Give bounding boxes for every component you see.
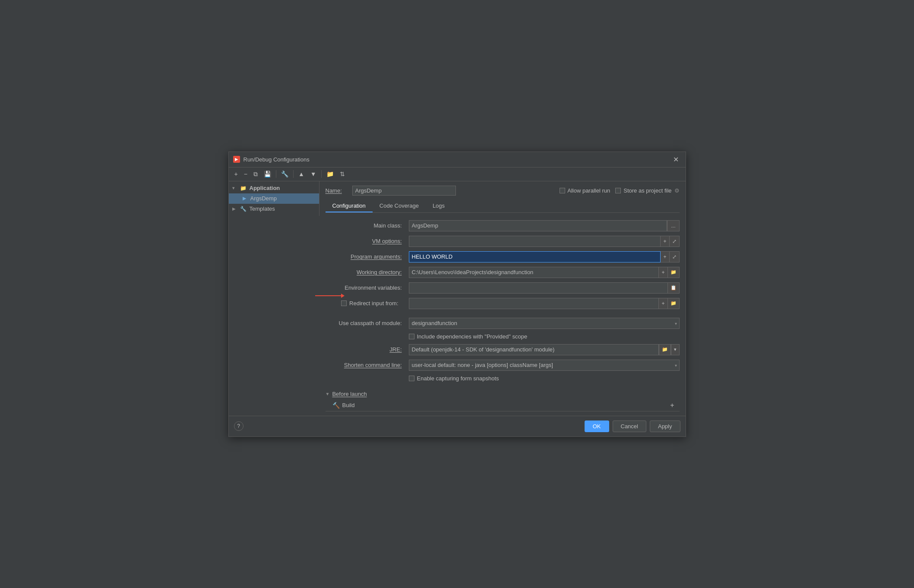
env-vars-input[interactable] xyxy=(409,282,668,294)
add-config-button[interactable]: + xyxy=(232,169,240,179)
close-button[interactable]: ✕ xyxy=(670,155,681,164)
templates-toggle-icon: ▶ xyxy=(232,206,237,211)
classpath-dropdown[interactable]: designandfunction xyxy=(409,318,680,329)
redirect-input[interactable] xyxy=(409,298,659,309)
sidebar-item-argsdemp[interactable]: ▶ ArgsDemp xyxy=(229,193,319,204)
title-bar: ▶ Run/Debug Configurations ✕ xyxy=(229,152,686,168)
sidebar-container: ▾ 📁 Application ▶ ArgsDemp ▶ 🔧 Templates xyxy=(229,181,319,416)
parallel-run-area: Allow parallel run xyxy=(560,187,610,194)
move-up-button[interactable]: ▲ xyxy=(296,169,307,179)
main-class-browse-button[interactable]: ... xyxy=(667,220,679,231)
working-dir-input[interactable] xyxy=(409,267,659,278)
redirect-row: Redirect input from: + 📁 xyxy=(326,296,680,311)
jre-dropdown-btn[interactable]: ▾ xyxy=(671,344,680,355)
allow-parallel-checkbox[interactable] xyxy=(560,188,565,193)
settings-button[interactable]: 🔧 xyxy=(279,169,291,179)
folder-button[interactable]: 📁 xyxy=(324,169,336,179)
save-config-button[interactable]: 💾 xyxy=(262,169,273,179)
sidebar: ▾ 📁 Application ▶ ArgsDemp ▶ 🔧 Templates xyxy=(229,181,319,216)
shorten-cmd-dropdown-container: user-local default: none - java [options… xyxy=(409,360,680,371)
tabs-row: Configuration Code Coverage Logs xyxy=(326,200,680,213)
build-icon: 🔨 xyxy=(332,402,340,409)
section-separator xyxy=(326,311,680,316)
dialog-title: Run/Debug Configurations xyxy=(244,156,310,163)
configuration-form: Main class: ... VM options: + ⤢ xyxy=(326,218,680,384)
build-row: 🔨 Build + xyxy=(326,400,680,411)
name-input[interactable] xyxy=(352,186,456,196)
shorten-cmd-row: Shorten command line: user-local default… xyxy=(326,357,680,373)
include-deps-row: Include dependencies with "Provided" sco… xyxy=(326,331,680,342)
env-vars-input-group: 📋 xyxy=(409,282,680,294)
enable-snapshots-checkbox[interactable] xyxy=(409,376,414,381)
run-debug-dialog: ▶ Run/Debug Configurations ✕ + − ⧉ 💾 🔧 ▲… xyxy=(228,152,686,437)
before-launch-add-button[interactable]: + xyxy=(668,401,676,409)
jre-row: JRE: Default (openjdk-14 - SDK of 'desig… xyxy=(326,342,680,357)
jre-dropdown[interactable]: Default (openjdk-14 - SDK of 'designandf… xyxy=(409,344,659,355)
working-dir-browse-button[interactable]: 📁 xyxy=(668,267,680,278)
program-args-expand-button[interactable]: ⤢ xyxy=(670,251,680,262)
vm-options-row: VM options: + ⤢ xyxy=(326,234,680,249)
right-panel: Name: Allow parallel run Store as projec… xyxy=(319,181,686,416)
allow-parallel-label: Allow parallel run xyxy=(567,187,610,194)
copy-config-button[interactable]: ⧉ xyxy=(251,169,260,179)
apply-button[interactable]: Apply xyxy=(650,420,680,432)
footer-buttons: OK Cancel Apply xyxy=(585,420,680,432)
ok-button[interactable]: OK xyxy=(585,420,609,432)
before-launch-section: ▼ Before launch 🔨 Build + xyxy=(326,391,680,411)
toolbar-separator xyxy=(276,170,276,178)
store-project-label: Store as project file xyxy=(623,187,671,194)
config-icon: ▶ xyxy=(241,195,248,202)
classpath-row: Use classpath of module: designandfuncti… xyxy=(326,316,680,331)
program-args-input[interactable] xyxy=(409,251,661,262)
title-bar-left: ▶ Run/Debug Configurations xyxy=(233,156,310,163)
sidebar-group-application[interactable]: ▾ 📁 Application xyxy=(229,183,319,193)
jre-browse-button[interactable]: 📁 xyxy=(659,344,671,355)
main-class-row: Main class: ... xyxy=(326,218,680,234)
redirect-input-group: + 📁 xyxy=(409,298,680,309)
name-row: Name: Allow parallel run Store as projec… xyxy=(326,186,680,196)
enable-snapshots-label: Enable capturing form snapshots xyxy=(417,375,499,382)
redirect-browse-button[interactable]: 📁 xyxy=(668,298,680,309)
tab-code-coverage[interactable]: Code Coverage xyxy=(373,200,426,212)
application-folder-icon: 📁 xyxy=(240,185,247,192)
vm-options-input[interactable] xyxy=(409,236,661,247)
sidebar-item-templates[interactable]: ▶ 🔧 Templates xyxy=(229,204,319,214)
sidebar-group-label: Application xyxy=(250,185,280,191)
sidebar-item-templates-label: Templates xyxy=(250,205,275,212)
build-label: Build xyxy=(342,402,666,408)
redirect-add-button[interactable]: + xyxy=(659,298,667,309)
group-toggle-icon: ▾ xyxy=(232,186,237,190)
main-class-input[interactable] xyxy=(409,220,667,231)
program-args-add-button[interactable]: + xyxy=(661,251,669,262)
vm-options-expand-button[interactable]: ⤢ xyxy=(670,236,680,247)
store-project-checkbox[interactable] xyxy=(615,188,621,193)
working-dir-input-group: + 📁 xyxy=(409,267,680,278)
jre-input-group: Default (openjdk-14 - SDK of 'designandf… xyxy=(409,344,680,355)
env-vars-browse-button[interactable]: 📋 xyxy=(668,282,680,294)
tab-logs[interactable]: Logs xyxy=(426,200,452,212)
sort-button[interactable]: ⇅ xyxy=(338,169,347,179)
env-vars-label: Environment variables: xyxy=(326,285,405,291)
main-class-input-group: ... xyxy=(409,220,680,231)
shorten-cmd-dropdown[interactable]: user-local default: none - java [options… xyxy=(409,360,680,371)
cancel-button[interactable]: Cancel xyxy=(613,420,646,432)
vm-options-add-button[interactable]: + xyxy=(661,236,669,247)
vm-options-label: VM options: xyxy=(326,238,405,244)
working-dir-label: Working directory: xyxy=(326,269,405,275)
sidebar-item-argsdemp-label: ArgsDemp xyxy=(250,195,277,202)
toolbar-separator-2 xyxy=(293,170,294,178)
vm-options-input-group: + ⤢ xyxy=(409,236,680,247)
working-dir-row: Working directory: + 📁 xyxy=(326,265,680,280)
before-launch-toggle-icon[interactable]: ▼ xyxy=(326,392,330,396)
move-down-button[interactable]: ▼ xyxy=(308,169,319,179)
env-vars-row: Environment variables: 📋 xyxy=(326,280,680,296)
remove-config-button[interactable]: − xyxy=(242,169,250,179)
redirect-checkbox[interactable] xyxy=(341,300,347,306)
main-content: ▾ 📁 Application ▶ ArgsDemp ▶ 🔧 Templates xyxy=(229,181,686,416)
help-button[interactable]: ? xyxy=(234,421,244,431)
working-dir-add-button[interactable]: + xyxy=(659,267,667,278)
include-deps-checkbox[interactable] xyxy=(409,334,414,339)
program-args-label: Program arguments: xyxy=(326,253,405,260)
tab-configuration[interactable]: Configuration xyxy=(326,200,373,212)
allow-parallel-checkbox-container: Allow parallel run xyxy=(560,187,610,194)
